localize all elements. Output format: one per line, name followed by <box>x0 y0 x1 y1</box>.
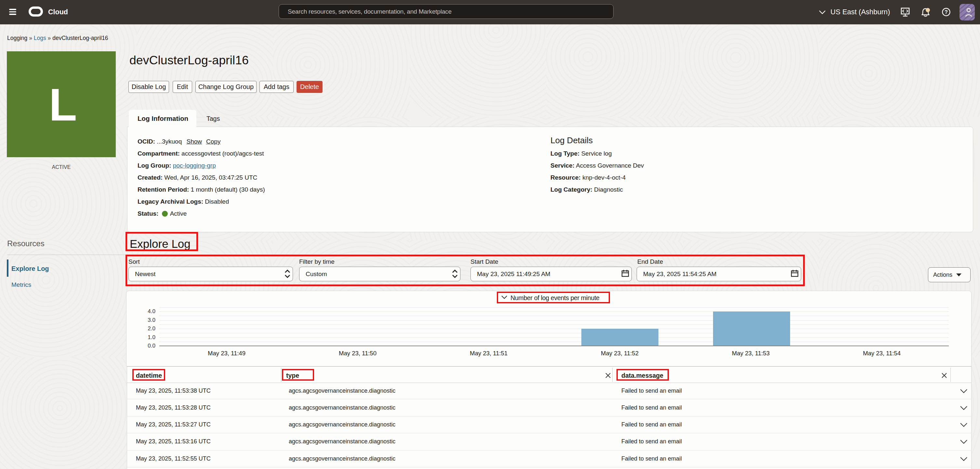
svg-text:?: ? <box>945 10 948 15</box>
